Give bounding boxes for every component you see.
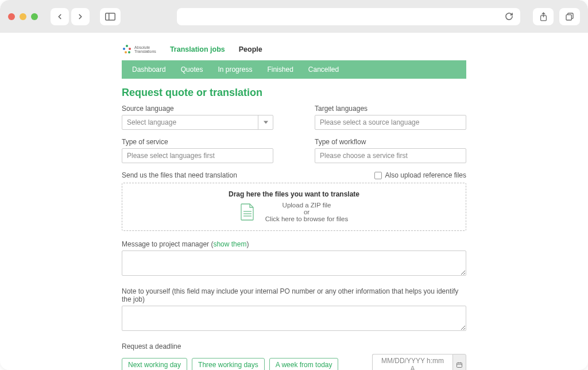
- minimize-window-button[interactable]: [20, 13, 26, 20]
- reference-files-checkbox[interactable]: [374, 172, 382, 179]
- svg-rect-8: [457, 363, 462, 368]
- message-label: Message to project manager (show them): [122, 240, 466, 248]
- maximize-window-button[interactable]: [31, 13, 38, 20]
- logo-icon: [122, 44, 132, 55]
- close-window-button[interactable]: [8, 13, 15, 20]
- file-icon: [240, 203, 255, 221]
- sidebar-toggle-button[interactable]: [100, 8, 121, 25]
- target-languages-label: Target languages: [315, 105, 466, 113]
- back-button[interactable]: [51, 8, 69, 25]
- deadline-label: Request a deadline: [122, 342, 466, 350]
- reference-files-label: Also upload reference files: [385, 171, 466, 179]
- tabs-icon: [565, 12, 574, 21]
- target-languages-select[interactable]: Please select a source language: [315, 115, 466, 130]
- type-of-workflow-placeholder: Please choose a service first: [320, 152, 408, 160]
- type-of-service-placeholder: Please select languages first: [127, 152, 215, 160]
- sidebar-icon: [105, 13, 115, 21]
- source-language-select[interactable]: Select language: [122, 115, 273, 130]
- tab-bar: Dashboard Quotes In progress Finished Ca…: [122, 60, 466, 79]
- reload-icon: [505, 12, 513, 21]
- traffic-lights: [8, 13, 38, 20]
- share-button[interactable]: [533, 8, 554, 25]
- deadline-three-working-days-button[interactable]: Three working days: [192, 358, 265, 370]
- browser-window: Absolute Translations Translation jobs P…: [0, 0, 588, 370]
- tab-cancelled[interactable]: Cancelled: [308, 65, 339, 74]
- logo[interactable]: Absolute Translations: [122, 44, 156, 55]
- caret-down-icon: [264, 121, 268, 124]
- top-nav: Absolute Translations Translation jobs P…: [122, 38, 466, 60]
- address-bar[interactable]: [177, 8, 520, 25]
- type-of-service-label: Type of service: [122, 138, 273, 146]
- calendar-icon: [456, 361, 463, 368]
- type-of-workflow-label: Type of workflow: [315, 138, 466, 146]
- target-languages-placeholder: Please select a source language: [320, 118, 419, 126]
- note-label: Note to yourself (this field may include…: [122, 287, 466, 303]
- deadline-next-working-day-button[interactable]: Next working day: [122, 358, 187, 370]
- nav-translation-jobs[interactable]: Translation jobs: [170, 45, 225, 53]
- logo-text-line1: Absolute: [134, 45, 156, 49]
- source-language-label: Source language: [122, 105, 273, 113]
- tabs-button[interactable]: [559, 8, 580, 25]
- show-project-managers-link[interactable]: show them: [213, 240, 246, 248]
- tab-quotes[interactable]: Quotes: [181, 65, 203, 74]
- dropzone-line3: Click here to browse for files: [265, 215, 348, 222]
- reference-files-option[interactable]: Also upload reference files: [374, 171, 466, 179]
- message-textarea[interactable]: [122, 250, 466, 276]
- share-icon: [539, 12, 548, 21]
- svg-marker-4: [264, 121, 268, 124]
- svg-rect-3: [566, 14, 571, 20]
- deadline-week-from-today-button[interactable]: A week from today: [269, 358, 339, 370]
- dropzone-line1: Upload a ZIP file: [265, 202, 348, 209]
- svg-rect-0: [106, 13, 115, 20]
- page-title: Request quote or translation: [122, 87, 466, 99]
- page-content: Absolute Translations Translation jobs P…: [0, 33, 588, 370]
- nav-people[interactable]: People: [239, 45, 262, 53]
- deadline-date-placeholder: MM/DD/YYYY h:mm A: [372, 354, 452, 370]
- note-textarea[interactable]: [122, 306, 466, 331]
- dropzone-line2: or: [265, 209, 348, 215]
- type-of-workflow-select[interactable]: Please choose a service first: [315, 148, 466, 163]
- tab-dashboard[interactable]: Dashboard: [132, 65, 166, 74]
- source-language-placeholder: Select language: [127, 118, 176, 126]
- files-prompt: Send us the files that need translation: [122, 171, 237, 179]
- tab-in-progress[interactable]: In progress: [218, 65, 252, 74]
- calendar-button[interactable]: [452, 354, 466, 370]
- file-dropzone[interactable]: Drag here the files you want to translat…: [122, 183, 466, 231]
- type-of-service-select[interactable]: Please select languages first: [122, 148, 273, 163]
- deadline-date-input[interactable]: MM/DD/YYYY h:mm A: [372, 354, 466, 370]
- dropzone-title: Drag here the files you want to translat…: [122, 190, 466, 198]
- forward-button[interactable]: [71, 8, 90, 25]
- browser-chrome: [0, 0, 588, 33]
- tab-finished[interactable]: Finished: [267, 65, 293, 74]
- chevron-right-icon: [76, 13, 84, 21]
- chevron-left-icon: [56, 13, 64, 21]
- dropdown-caret: [258, 115, 273, 129]
- logo-text-line2: Translations: [134, 49, 156, 53]
